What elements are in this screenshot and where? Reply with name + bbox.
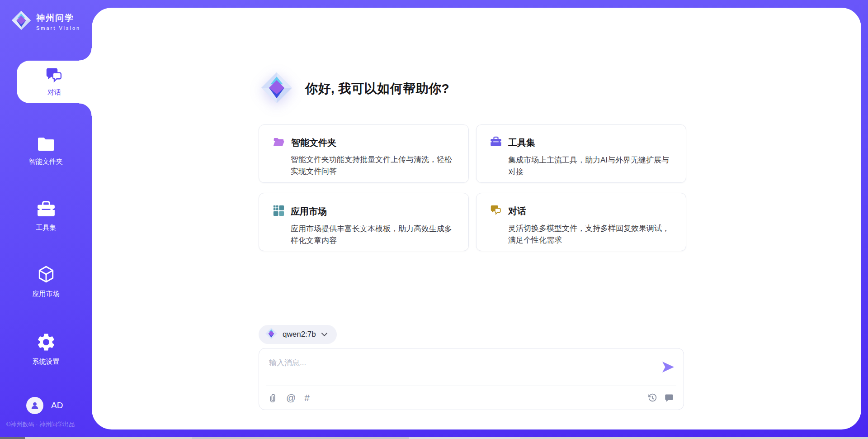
composer-toolbar: @ # [269, 386, 674, 410]
sidebar-footer: ©神州数码 · 神州问学出品 [6, 420, 75, 429]
card-title: 应用市场 [291, 205, 327, 218]
briefcase-icon [490, 136, 502, 149]
greeting-title: 你好, 我可以如何帮助你? [305, 80, 449, 97]
brand-subtitle: Smart Vision [36, 25, 80, 31]
grid-icon [273, 205, 284, 218]
feature-cards: 智能文件夹 智能文件夹功能支持批量文件上传与清洗，轻松实现文件问答 工具集 集成… [259, 124, 686, 251]
model-selector[interactable]: qwen2:7b [259, 325, 337, 344]
hashtag-icon[interactable]: # [304, 392, 310, 403]
card-description: 智能文件夹功能支持批量文件上传与清洗，轻松实现文件问答 [273, 154, 455, 177]
brand-diamond-icon [11, 10, 32, 33]
chevron-down-icon [321, 330, 328, 339]
attachment-icon[interactable] [269, 393, 278, 403]
cube-icon [37, 265, 56, 286]
sidebar-item-label: 系统设置 [33, 358, 60, 366]
main-content: 你好, 我可以如何帮助你? 智能文件夹 智能文件夹功能支持批量文件上传与清洗，轻… [92, 8, 861, 429]
composer: @ # [259, 348, 684, 410]
folder-open-icon [273, 136, 285, 149]
greeting-diamond-icon [260, 71, 293, 106]
card-title: 工具集 [508, 137, 535, 149]
model-name: qwen2:7b [283, 330, 316, 339]
card-description: 灵活切换多模型文件，支持多样回复效果调试，满足个性化需求 [490, 223, 672, 246]
sidebar: 神州问学 Smart Vision 对话 智能文件夹 [0, 0, 92, 439]
feedback-bubble-icon[interactable] [665, 393, 674, 402]
greeting: 你好, 我可以如何帮助你? [260, 71, 449, 106]
sidebar-item-tools[interactable]: 工具集 [0, 200, 92, 232]
message-input[interactable] [259, 348, 648, 385]
card-smart-folder[interactable]: 智能文件夹 智能文件夹功能支持批量文件上传与清洗，轻松实现文件问答 [259, 124, 469, 183]
person-icon [30, 401, 40, 410]
mention-icon[interactable]: @ [286, 392, 296, 403]
sidebar-item-label: 对话 [47, 88, 61, 97]
card-app-market[interactable]: 应用市场 应用市场提供丰富长文本模板，助力高效生成多样化文章内容 [259, 193, 469, 251]
sidebar-item-market[interactable]: 应用市场 [0, 265, 92, 298]
card-title: 对话 [508, 205, 526, 217]
sidebar-item-chat[interactable]: 对话 [17, 61, 92, 103]
tab-curve-bottom [79, 103, 92, 116]
sidebar-item-settings[interactable]: 系统设置 [0, 332, 92, 366]
send-icon[interactable] [661, 360, 675, 376]
folder-icon [36, 135, 56, 154]
chat-bubbles-icon [45, 67, 63, 86]
brand-name: 神州问学 [36, 12, 80, 24]
user-profile[interactable]: AD [26, 397, 63, 414]
card-chat[interactable]: 对话 灵活切换多模型文件，支持多样回复效果调试，满足个性化需求 [476, 193, 686, 251]
card-description: 集成市场上主流工具，助力AI与外界无缝扩展与对接 [490, 154, 672, 177]
card-description: 应用市场提供丰富长文本模板，助力高效生成多样化文章内容 [273, 223, 455, 246]
sidebar-item-label: 智能文件夹 [29, 157, 63, 166]
chat-bubbles-icon [490, 205, 502, 218]
briefcase-icon [37, 200, 56, 220]
sidebar-item-label: 工具集 [36, 224, 56, 232]
avatar [26, 397, 43, 414]
app-logo: 神州问学 Smart Vision [11, 10, 80, 33]
sidebar-item-folders[interactable]: 智能文件夹 [0, 135, 92, 166]
gear-icon [36, 332, 57, 354]
user-initials: AD [51, 401, 63, 410]
card-toolset[interactable]: 工具集 集成市场上主流工具，助力AI与外界无缝扩展与对接 [476, 124, 686, 183]
card-title: 智能文件夹 [291, 137, 336, 149]
sidebar-item-label: 应用市场 [33, 290, 60, 298]
window-edge-strip [0, 437, 868, 439]
tab-curve-top [79, 48, 92, 61]
history-icon[interactable] [648, 393, 657, 403]
model-diamond-icon [265, 327, 278, 342]
